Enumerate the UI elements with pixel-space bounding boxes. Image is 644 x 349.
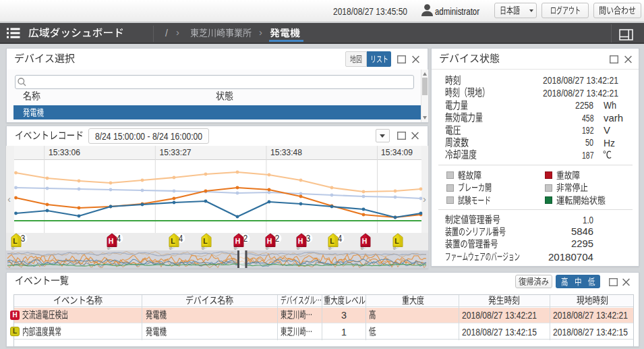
svg-text:H: H (267, 237, 272, 245)
svg-text:L: L (330, 237, 334, 245)
svg-text:varh: varh (604, 111, 623, 123)
svg-text:20180704: 20180704 (548, 251, 593, 263)
svg-text:15:33:48: 15:33:48 (270, 148, 302, 157)
svg-text:15:34:09: 15:34:09 (381, 148, 413, 157)
svg-text:L: L (203, 237, 208, 245)
svg-text:H: H (235, 237, 241, 245)
svg-text:‹: ‹ (7, 193, 11, 205)
svg-text:15:33:27: 15:33:27 (160, 148, 192, 157)
svg-text:2018/08/27 13:42:15: 2018/08/27 13:42:15 (462, 325, 537, 337)
svg-text:›: › (423, 193, 426, 205)
svg-text:2: 2 (275, 233, 280, 244)
svg-text:3: 3 (21, 233, 26, 244)
svg-text:187: 187 (582, 149, 594, 161)
svg-text:1: 1 (341, 326, 347, 337)
svg-text:V: V (604, 124, 610, 136)
svg-text:4: 4 (179, 233, 183, 244)
svg-text:L: L (13, 237, 18, 245)
svg-text:15:33:06: 15:33:06 (49, 148, 80, 157)
svg-text:2018/08/27 13:45:50: 2018/08/27 13:45:50 (333, 5, 407, 16)
svg-text:4: 4 (117, 233, 121, 244)
svg-text:3: 3 (341, 310, 347, 321)
svg-text:3: 3 (306, 233, 311, 244)
svg-text:L: L (171, 237, 175, 245)
svg-text:2018/08/27 13:42:15: 2018/08/27 13:42:15 (553, 325, 628, 337)
svg-text:administrator: administrator (435, 5, 479, 16)
svg-text:8/24 15:00:00 - 8/24 16:00:00: 8/24 15:00:00 - 8/24 16:00:00 (95, 131, 202, 142)
svg-text:H: H (298, 237, 303, 245)
svg-text:Hz: Hz (604, 136, 615, 148)
svg-text:2295: 2295 (571, 238, 593, 249)
svg-text:2018/08/27 13:42:21: 2018/08/27 13:42:21 (462, 309, 537, 321)
svg-text:L: L (394, 237, 399, 245)
svg-text:4: 4 (338, 233, 343, 244)
svg-text:H: H (109, 237, 114, 245)
svg-text:H: H (362, 237, 368, 245)
svg-text:2018/08/27 13:42:21: 2018/08/27 13:42:21 (553, 309, 628, 321)
svg-text:Wh: Wh (604, 99, 616, 111)
svg-text:2: 2 (243, 233, 248, 244)
